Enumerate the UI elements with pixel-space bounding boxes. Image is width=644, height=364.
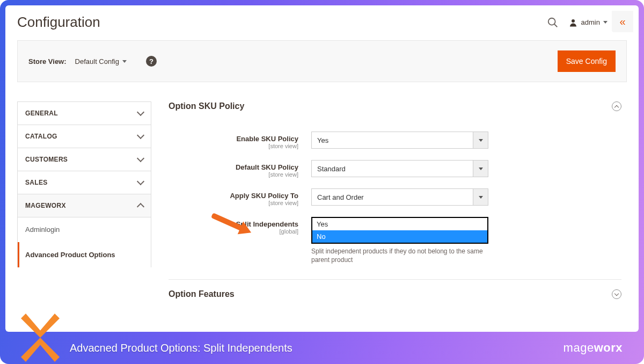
section-divider xyxy=(169,279,621,280)
chevron-down-icon xyxy=(473,189,488,205)
field-scope: [store view] xyxy=(169,143,298,149)
chevron-up-icon xyxy=(137,203,144,210)
svg-point-2 xyxy=(572,19,575,23)
field-scope: [store view] xyxy=(169,171,298,178)
svg-point-0 xyxy=(548,18,555,25)
chevron-down-icon xyxy=(603,21,608,24)
help-icon[interactable]: ? xyxy=(146,56,157,67)
svg-line-1 xyxy=(554,24,557,27)
chevron-down-icon xyxy=(137,108,144,116)
chevron-down-icon xyxy=(137,132,144,139)
section-title-option-features: Option Features xyxy=(169,289,235,299)
chevron-down-icon xyxy=(137,178,144,185)
save-config-button[interactable]: Save Config xyxy=(558,50,616,72)
sidebar-sub-adminlogin[interactable]: Adminlogin xyxy=(18,217,151,242)
chevron-down-icon xyxy=(122,60,127,63)
section-collapse-button[interactable] xyxy=(612,101,621,111)
field-label: Split Independents xyxy=(169,220,298,228)
chevron-down-icon xyxy=(473,161,488,177)
section-title-sku-policy: Option SKU Policy xyxy=(169,101,244,111)
user-icon xyxy=(568,18,578,27)
caption-title: Advacned Product Options: Split Independ… xyxy=(70,342,292,354)
field-scope: [global] xyxy=(169,228,298,235)
field-label: Default SKU Policy xyxy=(169,163,298,171)
enable-sku-policy-select[interactable]: Yes xyxy=(311,132,488,149)
default-sku-policy-select[interactable]: Standard xyxy=(311,160,488,177)
mageworx-wordmark: mageworx xyxy=(564,341,623,355)
sidebar-item-catalog[interactable]: Catalog xyxy=(17,125,151,148)
sidebar-item-sales[interactable]: Sales xyxy=(17,171,151,194)
account-menu[interactable]: admin xyxy=(568,18,608,27)
sidebar-sub-advanced-product-options[interactable]: Advanced Product Options xyxy=(18,242,151,267)
config-sidebar: General Catalog Customers Sales Mageworx… xyxy=(17,101,151,299)
select-option-no[interactable]: No xyxy=(312,230,487,243)
sidebar-item-general[interactable]: General xyxy=(17,101,151,125)
chevron-down-icon xyxy=(614,292,619,296)
sidebar-item-customers[interactable]: Customers xyxy=(17,148,151,171)
account-username: admin xyxy=(581,18,600,26)
select-option-yes[interactable]: Yes xyxy=(312,218,487,230)
sidebar-collapse-button[interactable]: « xyxy=(612,11,633,32)
field-label: Apply SKU Policy To xyxy=(169,192,298,200)
chevron-down-icon xyxy=(137,155,144,162)
chevron-up-icon xyxy=(614,105,619,109)
section-expand-button[interactable] xyxy=(612,289,621,299)
page-title: Configuration xyxy=(17,14,100,31)
search-icon[interactable] xyxy=(547,17,559,28)
field-helper-text: Split independent products if they do no… xyxy=(311,247,488,264)
chevron-down-icon xyxy=(473,132,488,148)
split-independents-select[interactable]: Yes No xyxy=(311,217,488,244)
field-scope: [store view] xyxy=(169,200,298,206)
store-view-switcher[interactable]: Default Config xyxy=(75,57,127,65)
chevron-left-icon: « xyxy=(619,16,625,28)
apply-sku-policy-to-select[interactable]: Cart and Order xyxy=(311,188,488,206)
sidebar-item-mageworx[interactable]: Mageworx xyxy=(17,194,151,217)
field-label: Enable SKU Policy xyxy=(169,135,298,143)
store-view-label: Store View: xyxy=(28,57,67,65)
